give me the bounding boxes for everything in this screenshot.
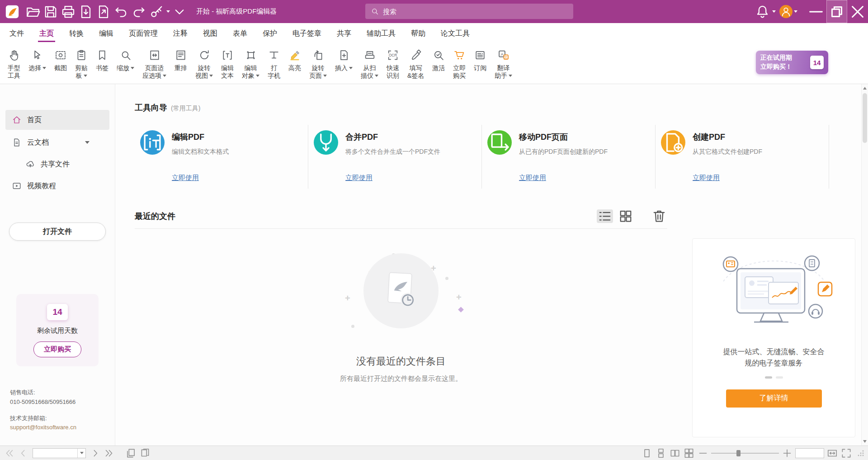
ribbon-tool-edit-text[interactable]: 编辑 文本 — [217, 44, 238, 81]
promo-dot[interactable] — [765, 376, 772, 379]
menu-item-home[interactable]: 主页 — [32, 23, 61, 44]
ribbon-tool-highlight[interactable]: 高亮 — [284, 44, 305, 74]
menu-item-file[interactable]: 文件 — [2, 23, 32, 44]
ribbon-tool-select[interactable]: 选择 — [24, 44, 50, 74]
resize-grip[interactable] — [857, 450, 864, 457]
customize-toolbar-button[interactable] — [171, 4, 188, 20]
ribbon-tool-clipboard[interactable]: 剪贴 板 — [71, 44, 92, 81]
fit-width-button[interactable] — [826, 448, 838, 459]
ribbon-tool-quick-ocr[interactable]: OCR 快速 识别 — [382, 44, 403, 81]
learn-more-button[interactable]: 了解详情 — [726, 389, 822, 408]
list-view-button[interactable] — [597, 209, 613, 223]
menu-item-convert[interactable]: 转换 — [61, 23, 91, 44]
menu-item-protect[interactable]: 保护 — [255, 23, 285, 44]
open-file-button[interactable] — [25, 4, 41, 20]
page-number-input[interactable] — [33, 449, 77, 458]
export-pdf-button[interactable] — [78, 4, 94, 20]
ribbon-tool-zoom[interactable]: 缩放 — [113, 44, 138, 74]
buy-now-button[interactable]: 立即购买 — [33, 341, 81, 357]
search-box[interactable] — [365, 4, 573, 19]
previous-page-button[interactable] — [17, 448, 29, 459]
open-file-sidebar-button[interactable]: 打开文件 — [9, 223, 106, 241]
grid-view-button[interactable] — [618, 209, 634, 223]
redo-button[interactable] — [131, 4, 147, 20]
zoom-slider[interactable] — [711, 448, 779, 459]
ribbon-tool-rotate-view[interactable]: 旋转 视图 — [191, 44, 217, 81]
clear-recent-button[interactable] — [651, 209, 667, 223]
use-now-link[interactable]: 立即使用 — [519, 174, 546, 182]
menu-item-page-manage[interactable]: 页面管理 — [121, 23, 165, 44]
use-now-link[interactable]: 立即使用 — [172, 174, 199, 182]
ribbon-tool-typewriter[interactable]: 打 字机 — [264, 44, 284, 81]
menu-item-help[interactable]: 帮助 — [403, 23, 433, 44]
ribbon-tool-bookmark[interactable]: 书签 — [92, 44, 113, 74]
close-button[interactable] — [847, 0, 868, 23]
tool-card-create-pdf[interactable]: 创建PDF 从其它格式文件创建PDF 立即使用 — [656, 125, 829, 189]
trial-buy-badge[interactable]: 正在试用期 立即购买！ 14 — [756, 51, 828, 74]
tool-card-edit-pdf[interactable]: 编辑PDF 编辑文档和文本格式 立即使用 — [135, 125, 308, 189]
notifications-button[interactable] — [754, 4, 776, 20]
scrollbar-thumb[interactable] — [863, 93, 867, 143]
last-page-button[interactable] — [103, 448, 115, 459]
restore-window-button[interactable] — [826, 0, 847, 23]
facing-continuous-view-button[interactable] — [683, 448, 695, 459]
sidebar-item-shared-files[interactable]: 共享文件 — [5, 155, 109, 173]
quick-sign-button[interactable] — [148, 4, 170, 20]
zoom-out-button[interactable] — [697, 448, 709, 459]
ribbon-tool-translate-assistant[interactable]: A文 翻译 助手 — [491, 44, 516, 81]
ribbon-tool-fit-options[interactable]: 页面适 应选项 — [138, 44, 170, 81]
menu-item-paper-tools[interactable]: 论文工具 — [433, 23, 477, 44]
sidebar-item-cloud-docs[interactable]: 云文档 — [5, 133, 109, 152]
support-email-link[interactable]: support@foxitsoftware.cn — [10, 423, 110, 432]
menu-item-accessibility[interactable]: 辅助工具 — [359, 23, 403, 44]
ribbon-tool-activate[interactable]: 激活 — [428, 44, 449, 74]
menu-item-esign[interactable]: 电子签章 — [285, 23, 329, 44]
chevron-down-icon[interactable] — [85, 141, 90, 144]
account-button[interactable] — [776, 4, 801, 20]
scroll-down-icon[interactable] — [863, 440, 867, 443]
ribbon-tool-subscribe[interactable]: 订阅 — [470, 44, 491, 74]
tool-card-merge-pdf[interactable]: 合并PDF 将多个文件合并生成一个PDF文件 立即使用 — [308, 125, 482, 189]
continuous-view-button[interactable] — [655, 448, 667, 459]
zoom-in-button[interactable] — [781, 448, 793, 459]
ribbon-tool-hand-tool[interactable]: 手型 工具 — [4, 44, 24, 81]
search-input[interactable] — [383, 8, 568, 15]
menu-item-edit[interactable]: 编辑 — [91, 23, 121, 44]
ribbon-tool-fill-sign[interactable]: 填写 &签名 — [403, 44, 428, 81]
fullscreen-button[interactable] — [840, 448, 852, 459]
clipboard-view-button[interactable] — [139, 448, 151, 459]
zoom-slider-knob[interactable] — [736, 450, 741, 456]
menu-item-form[interactable]: 表单 — [225, 23, 255, 44]
ribbon-tool-from-scanner[interactable]: 从扫 描仪 — [357, 44, 382, 81]
promo-dot[interactable] — [776, 376, 783, 379]
next-page-button[interactable] — [90, 448, 101, 459]
page-dropdown-button[interactable] — [77, 449, 85, 458]
zoom-level-input[interactable] — [795, 448, 824, 458]
undo-button[interactable] — [113, 4, 129, 20]
ribbon-toolbar: 手型 工具 选择 截图 剪贴 板 书签 缩放 — [0, 44, 868, 84]
menu-item-share[interactable]: 共享 — [329, 23, 359, 44]
first-page-button[interactable] — [4, 448, 15, 459]
use-now-link[interactable]: 立即使用 — [345, 174, 373, 182]
sidebar-item-video-tutorials[interactable]: 视频教程 — [5, 176, 109, 196]
scroll-up-icon[interactable] — [863, 87, 867, 90]
facing-view-button[interactable] — [669, 448, 681, 459]
ribbon-tool-buy-now[interactable]: 立即 购买 — [449, 44, 470, 81]
save-button[interactable] — [42, 4, 59, 20]
minimize-button[interactable] — [806, 0, 826, 23]
ribbon-tool-rotate-pages[interactable]: 旋转 页面 — [305, 44, 331, 81]
tool-card-move-pdf-pages[interactable]: 移动PDF页面 从已有的PDF页面创建新的PDF 立即使用 — [482, 125, 656, 189]
menu-item-comment[interactable]: 注释 — [165, 23, 195, 44]
print-button[interactable] — [60, 4, 76, 20]
ribbon-tool-reflow[interactable]: 重排 — [170, 44, 191, 74]
menu-item-view[interactable]: 视图 — [195, 23, 225, 44]
snapshot-view-button[interactable] — [125, 448, 137, 459]
sidebar-item-home[interactable]: 首页 — [5, 110, 109, 130]
ribbon-tool-insert[interactable]: 插入 — [331, 44, 357, 74]
ribbon-tool-edit-object[interactable]: 编辑 对象 — [238, 44, 264, 81]
create-from-file-button[interactable] — [95, 4, 112, 20]
ribbon-tool-snapshot[interactable]: 截图 — [50, 44, 71, 74]
single-page-view-button[interactable] — [641, 448, 653, 459]
use-now-link[interactable]: 立即使用 — [693, 174, 720, 182]
vertical-scrollbar[interactable] — [861, 84, 868, 446]
